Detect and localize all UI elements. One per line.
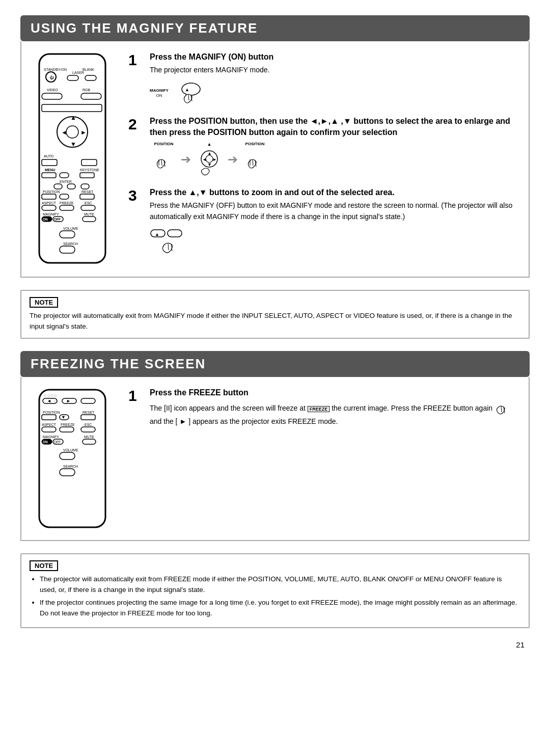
svg-text:▼: ▼ <box>70 141 76 148</box>
freeze-note-item-2: If the projector continues projecting th… <box>40 598 520 619</box>
svg-text:◄: ◄ <box>47 398 51 403</box>
dpad-press: ▲ ▲ ◄ ► ▼ <box>194 142 225 178</box>
arrow-2: ➔ <box>228 152 238 167</box>
step-2-row: 2 Press the POSITION button, then use th… <box>128 116 518 178</box>
svg-text:RESET: RESET <box>81 190 94 194</box>
svg-text:▲: ▲ <box>155 232 159 237</box>
freeze-step-1-number: 1 <box>128 388 143 403</box>
svg-text:◄: ◄ <box>202 157 207 162</box>
position-press-1: POSITION <box>150 142 178 177</box>
magnify-label: MAGNIFY ON <box>150 88 169 98</box>
svg-text:▼: ▼ <box>61 415 66 420</box>
freeze-section: FREEZING THE SCREEN ◄ ◌ ► ◌ ◌ ◌ ◌ <box>20 351 530 628</box>
svg-text:VOLUME: VOLUME <box>63 227 78 230</box>
freeze-note-label: NOTE <box>30 560 58 571</box>
svg-text:▲: ▲ <box>207 151 212 156</box>
arrow-1: ➔ <box>181 152 191 167</box>
svg-point-61 <box>206 155 213 163</box>
step-3-number: 3 <box>128 188 143 203</box>
step-1-row: 1 Press the MAGNIFY (ON) button The proj… <box>128 51 518 106</box>
step-1-title: Press the MAGNIFY (ON) button <box>150 51 518 63</box>
svg-text:▲: ▲ <box>70 114 76 121</box>
svg-text:◄: ◄ <box>61 129 67 136</box>
svg-text:MENU: MENU <box>45 168 56 172</box>
svg-text:MUTE: MUTE <box>84 212 94 216</box>
svg-text:MUTE: MUTE <box>84 435 94 439</box>
svg-text:STANDBY/ON: STANDBY/ON <box>44 68 67 71</box>
magnify-steps: 1 Press the MAGNIFY (ON) button The proj… <box>128 51 518 268</box>
magnify-content-box: STANDBY/ON BLANK ⏻ LASER VIDEO RGB <box>20 41 530 278</box>
freeze-remote-illustration: ◄ ◌ ► ◌ ◌ ◌ ◌ POSITION RESET ▼ ASPECT <box>32 387 118 532</box>
svg-text:LASER: LASER <box>72 71 84 74</box>
svg-text:▲: ▲ <box>185 87 189 92</box>
step-3-illustrations: ▲ <box>150 226 518 259</box>
step-2-content: Press the POSITION button, then use the … <box>150 116 518 178</box>
freeze-note-item-1: The projector will automatically exit fr… <box>40 574 520 596</box>
step-2-title: Press the POSITION button, then use the … <box>150 116 518 139</box>
svg-text:FREEZE: FREEZE <box>60 201 74 205</box>
svg-text:ON: ON <box>43 218 48 221</box>
svg-text:ENTER: ENTER <box>60 180 72 183</box>
freeze-label: FREEZE <box>308 406 330 412</box>
svg-text:BLANK: BLANK <box>82 68 94 71</box>
svg-text:ASPECT: ASPECT <box>42 201 57 205</box>
freeze-hand-icon <box>494 404 515 412</box>
svg-text:SEARCH: SEARCH <box>63 242 78 246</box>
svg-text:VIDEO: VIDEO <box>47 88 58 92</box>
svg-text:⏻: ⏻ <box>49 75 54 80</box>
step-1-content: Press the MAGNIFY (ON) button The projec… <box>150 51 518 106</box>
page-number: 21 <box>20 640 530 649</box>
svg-text:ON: ON <box>43 440 48 444</box>
magnify-top-layout: STANDBY/ON BLANK ⏻ LASER VIDEO RGB <box>32 51 518 268</box>
svg-rect-0 <box>39 54 105 263</box>
freeze-steps: 1 Press the FREEZE button The [II] icon … <box>128 387 518 532</box>
magnify-note-label: NOTE <box>30 297 58 308</box>
svg-text:FREEZE: FREEZE <box>61 423 75 426</box>
freeze-content-box: ◄ ◌ ► ◌ ◌ ◌ ◌ POSITION RESET ▼ ASPECT <box>20 377 530 541</box>
svg-text:POSITION: POSITION <box>43 190 60 194</box>
step-1-number: 1 <box>128 52 143 68</box>
svg-text:VOLUME: VOLUME <box>63 448 78 452</box>
freeze-top-layout: ◄ ◌ ► ◌ ◌ ◌ ◌ POSITION RESET ▼ ASPECT <box>32 387 518 532</box>
svg-text:◌: ◌ <box>54 399 58 403</box>
svg-text:KEYSTONE: KEYSTONE <box>80 168 99 172</box>
magnify-note-text: The projector will automatically exit fr… <box>30 311 520 332</box>
svg-text:◌ ◌ ◌ ◌: ◌ ◌ ◌ ◌ <box>44 394 57 397</box>
step-1-desc: The projector enters MAGNIFY mode. <box>150 65 518 76</box>
freeze-header: FREEZING THE SCREEN <box>20 351 530 377</box>
magnify-note-box: NOTE The projector will automatically ex… <box>20 290 530 339</box>
svg-text:MAGNIFY: MAGNIFY <box>43 212 59 216</box>
freeze-step-1-content: Press the FREEZE button The [II] icon ap… <box>150 387 518 427</box>
svg-text:▼: ▼ <box>207 162 212 167</box>
svg-text:ESC: ESC <box>85 423 92 426</box>
svg-text:SEARCH: SEARCH <box>63 465 78 468</box>
freeze-note-list: The projector will automatically exit fr… <box>30 574 520 619</box>
svg-text:AUTO: AUTO <box>44 154 54 158</box>
step-3-title: Press the ▲,▼ buttons to zoom in and out… <box>150 187 518 198</box>
step-2-number: 2 <box>128 117 143 132</box>
svg-text:RGB: RGB <box>82 88 91 92</box>
freeze-note-box: NOTE The projector will automatically ex… <box>20 553 530 628</box>
svg-text:ASPECT: ASPECT <box>42 423 57 426</box>
freeze-step-1-title: Press the FREEZE button <box>150 387 518 398</box>
step-2-illustrations: POSITION ➔ <box>150 142 518 178</box>
magnify-section: USING THE MAGNIFY FEATURE STANDBY/ON BLA… <box>20 15 530 339</box>
freeze-step-1-desc: The [II] icon appears and the screen wil… <box>150 401 518 427</box>
svg-rect-71 <box>168 230 182 237</box>
svg-text:OFF: OFF <box>54 218 61 221</box>
freeze-step-1-row: 1 Press the FREEZE button The [II] icon … <box>128 387 518 427</box>
position-press-2: POSITION <box>241 142 269 177</box>
svg-text:►: ► <box>212 157 217 162</box>
remote-illustration: STANDBY/ON BLANK ⏻ LASER VIDEO RGB <box>32 51 118 268</box>
step-3-desc: Press the MAGNIFY (OFF) button to exit M… <box>150 200 518 222</box>
magnify-header: USING THE MAGNIFY FEATURE <box>20 15 530 41</box>
svg-text:►: ► <box>80 129 87 136</box>
svg-text:ESC: ESC <box>85 201 92 205</box>
svg-text:►: ► <box>66 398 71 403</box>
step-3-content: Press the ▲,▼ buttons to zoom in and out… <box>150 187 518 259</box>
step-3-row: 3 Press the ▲,▼ buttons to zoom in and o… <box>128 187 518 259</box>
hand-press-icon: ▲ <box>176 79 206 106</box>
svg-text:MAGNIFY: MAGNIFY <box>43 435 59 439</box>
svg-text:OFF: OFF <box>54 440 61 444</box>
svg-text:POSITION: POSITION <box>43 411 60 414</box>
